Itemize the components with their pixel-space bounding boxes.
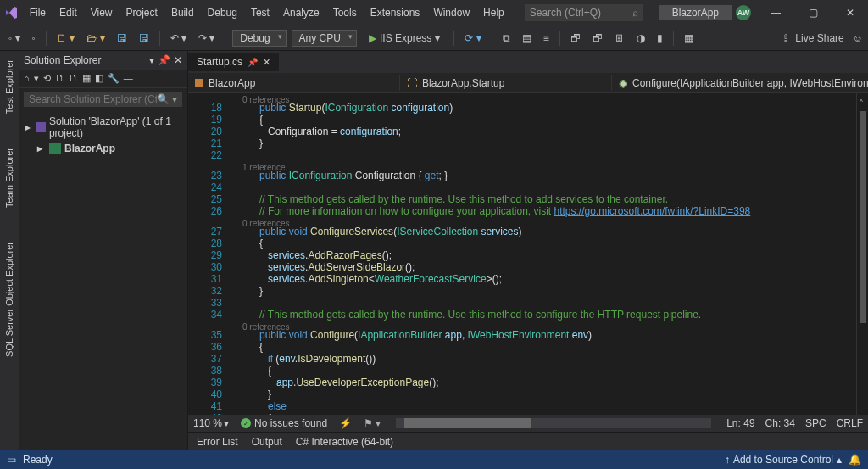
- vertical-tab-sql-server-object-explorer[interactable]: SQL Server Object Explorer: [4, 242, 14, 357]
- open-button[interactable]: 🗁 ▾: [83, 31, 108, 46]
- solution-explorer-search[interactable]: 🔍 ▾: [24, 92, 182, 107]
- add-source-control-button[interactable]: ↑ Add to Source Control ▴: [725, 454, 842, 466]
- standard-toolbar: ◦ ▾ ◦ 🗋 ▾ 🗁 ▾ 🖫 🖫 ↶ ▾ ↷ ▾ Debug Any CPU …: [0, 25, 868, 51]
- menu-extensions[interactable]: Extensions: [364, 3, 427, 22]
- solution-config-combo[interactable]: Debug: [232, 30, 286, 47]
- nav-member[interactable]: ◉ Configure(IApplicationBuilder app, IWe…: [612, 75, 868, 91]
- nav-fwd-button[interactable]: ◦: [29, 31, 39, 46]
- maximize-button[interactable]: ▢: [800, 7, 826, 19]
- sol-tool-3[interactable]: ◧: [95, 73, 103, 84]
- status-bar: ▭ Ready ↑ Add to Source Control ▴ 🔔: [0, 450, 868, 469]
- undo-button[interactable]: ↶ ▾: [167, 31, 190, 46]
- search-icon: 🔍 ▾: [157, 93, 177, 105]
- solution-node[interactable]: ▸ Solution 'BlazorApp' (1 of 1 project): [22, 114, 184, 141]
- fold-column[interactable]: [231, 93, 242, 415]
- line-indicator[interactable]: Ln: 49: [726, 417, 754, 429]
- tool-button-5[interactable]: ▮: [654, 31, 666, 46]
- solution-tree[interactable]: ▸ Solution 'BlazorApp' (1 of 1 project) …: [19, 110, 187, 450]
- lightning-icon[interactable]: ⚡: [339, 417, 352, 429]
- pin-icon[interactable]: 📌: [248, 58, 258, 67]
- nav-project[interactable]: BlazorApp: [188, 75, 400, 91]
- issues-label: No issues found: [254, 417, 327, 429]
- issues-indicator[interactable]: ✓ No issues found: [241, 417, 327, 429]
- nav-back-button[interactable]: ◦ ▾: [5, 31, 24, 46]
- feedback-button[interactable]: ☺: [853, 32, 863, 44]
- show-all-files-button[interactable]: ▦: [82, 73, 91, 84]
- search-icon: ⌕: [632, 7, 638, 19]
- zoom-combo[interactable]: 110 % ▾: [193, 417, 229, 429]
- tool-button-3[interactable]: 🗏: [611, 31, 628, 46]
- bottom-tab-c-interactive-64-bit-[interactable]: C# Interactive (64-bit): [296, 436, 393, 448]
- vs-logo-icon: [5, 5, 19, 20]
- solution-explorer-title: Solution Explorer: [24, 54, 101, 66]
- line-number-gutter: 1819202122232425262728293031323334353637…: [192, 93, 231, 415]
- method-icon: ◉: [619, 77, 627, 89]
- extension-button-1[interactable]: ⧉: [499, 31, 514, 46]
- properties-button[interactable]: 🔧: [108, 73, 120, 84]
- tab-startup-cs[interactable]: Startup.cs 📌 ✕: [188, 53, 279, 71]
- minimize-button[interactable]: ―: [763, 7, 788, 19]
- menu-file[interactable]: File: [23, 3, 53, 22]
- save-button[interactable]: 🖫: [114, 31, 131, 46]
- home-button[interactable]: ⌂: [24, 73, 30, 84]
- solution-explorer-search-input[interactable]: [29, 93, 157, 105]
- start-debugging-button[interactable]: ▶IIS Express ▾: [362, 31, 447, 46]
- search-placeholder: Search (Ctrl+Q): [530, 7, 601, 19]
- panel-menu-icon[interactable]: ▾: [149, 54, 154, 66]
- save-all-button[interactable]: 🖫: [136, 31, 153, 46]
- menu-view[interactable]: View: [84, 3, 120, 22]
- menu-analyze[interactable]: Analyze: [276, 3, 326, 22]
- project-node[interactable]: ▸ BlazorApp: [22, 141, 184, 156]
- code-editor[interactable]: 1819202122232425262728293031323334353637…: [188, 93, 868, 415]
- menu-debug[interactable]: Debug: [201, 3, 244, 22]
- vertical-tab-test-explorer[interactable]: Test Explorer: [4, 59, 14, 114]
- menu-edit[interactable]: Edit: [53, 3, 84, 22]
- bottom-tab-error-list[interactable]: Error List: [197, 436, 238, 448]
- nav-project-label: BlazorApp: [209, 77, 255, 89]
- document-tabs: Startup.cs 📌 ✕: [188, 51, 868, 73]
- extension-button-3[interactable]: ≡: [540, 31, 553, 46]
- tool-button-4[interactable]: ◑: [633, 31, 648, 46]
- horizontal-scrollbar[interactable]: [396, 418, 711, 428]
- live-share-button[interactable]: ⇪Live Share: [782, 32, 843, 44]
- indent-mode-indicator[interactable]: SPC: [805, 417, 826, 429]
- sync-button[interactable]: ⟲: [43, 73, 51, 84]
- tool-button-2[interactable]: 🗗: [589, 31, 606, 46]
- quick-search[interactable]: Search (Ctrl+Q) ⌕: [525, 4, 643, 21]
- tool-button-1[interactable]: 🗗: [567, 31, 584, 46]
- solution-name-pill[interactable]: BlazorApp: [659, 5, 732, 20]
- main-menu: FileEditViewProjectBuildDebugTestAnalyze…: [23, 3, 511, 22]
- flag-icon[interactable]: ⚑ ▾: [364, 417, 381, 429]
- tool-button-6[interactable]: ▦: [681, 31, 697, 46]
- menu-help[interactable]: Help: [476, 3, 511, 22]
- bottom-tab-output[interactable]: Output: [252, 436, 282, 448]
- close-tab-icon[interactable]: ✕: [263, 57, 270, 68]
- menu-build[interactable]: Build: [164, 3, 201, 22]
- status-left-icon[interactable]: ▭: [7, 454, 16, 466]
- menu-tools[interactable]: Tools: [326, 3, 364, 22]
- solution-platform-combo[interactable]: Any CPU: [292, 30, 357, 47]
- line-ending-indicator[interactable]: CRLF: [837, 417, 863, 429]
- vertical-scrollbar[interactable]: ˄: [856, 93, 868, 415]
- nav-type[interactable]: ⛶ BlazorApp.Startup: [400, 75, 612, 91]
- menu-project[interactable]: Project: [120, 3, 164, 22]
- char-indicator[interactable]: Ch: 34: [765, 417, 795, 429]
- menu-window[interactable]: Window: [426, 3, 476, 22]
- browser-link-refresh-button[interactable]: ⟳ ▾: [461, 31, 484, 46]
- vertical-tab-team-explorer[interactable]: Team Explorer: [4, 148, 14, 208]
- new-project-button[interactable]: 🗋 ▾: [53, 31, 78, 46]
- pin-panel-icon[interactable]: 📌: [158, 54, 170, 66]
- code-body[interactable]: 0 references public Startup(IConfigurati…: [242, 93, 856, 415]
- sol-tool-2[interactable]: 🗋: [69, 73, 78, 84]
- notifications-icon[interactable]: 🔔: [849, 454, 861, 466]
- close-window-button[interactable]: ✕: [837, 7, 863, 19]
- menu-test[interactable]: Test: [244, 3, 276, 22]
- main-area: Test ExplorerTeam ExplorerSQL Server Obj…: [0, 51, 868, 450]
- redo-button[interactable]: ↷ ▾: [195, 31, 218, 46]
- close-panel-icon[interactable]: ✕: [174, 54, 182, 66]
- user-avatar[interactable]: AW: [736, 5, 751, 20]
- nav-member-label: Configure(IApplicationBuilder app, IWebH…: [632, 77, 868, 89]
- sol-tool-1[interactable]: 🗋: [55, 73, 64, 84]
- status-ready: Ready: [23, 454, 53, 466]
- extension-button-2[interactable]: ▤: [519, 31, 535, 46]
